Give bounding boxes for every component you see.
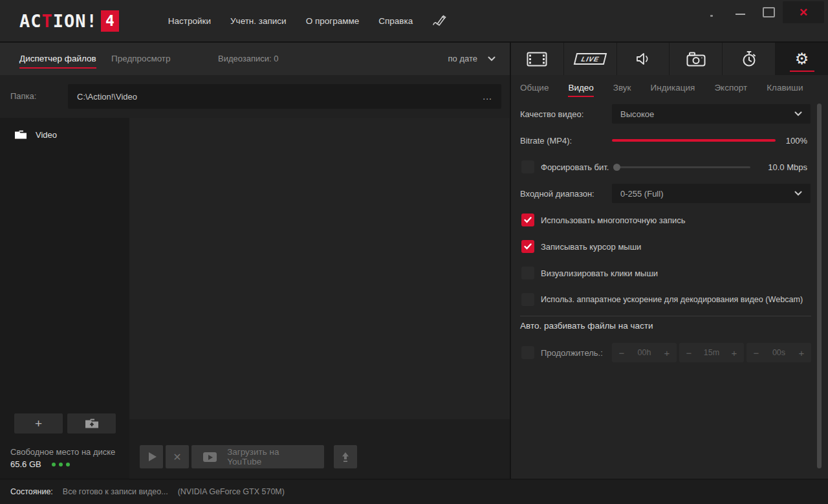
folder-path-value: C:\Action!\Video (77, 92, 137, 102)
tab-file-manager-label: Диспетчер файлов (19, 54, 96, 63)
folder-icon (14, 129, 27, 140)
close-icon: ✕ (799, 6, 808, 19)
mode-live-streaming[interactable]: LIVE (564, 43, 617, 75)
menu-help[interactable]: Справка (378, 16, 413, 26)
minus-button[interactable]: − (746, 347, 766, 358)
mode-audio-recording[interactable] (617, 43, 670, 75)
close-button[interactable]: ✕ (783, 1, 824, 23)
tray-icon (710, 15, 713, 17)
folder-tree: Video + Свободное место на диске 65.6 GB (0, 118, 129, 479)
folder-import-icon (85, 418, 99, 429)
green-dot (52, 463, 56, 466)
chevron-down-icon (794, 111, 802, 116)
chevron-down-icon (794, 191, 802, 196)
tray-button[interactable] (697, 1, 726, 23)
settings-panel: LIVE (511, 43, 828, 479)
file-actions-bar: ✕ Загрузить на YouTube (129, 419, 510, 479)
menu-about[interactable]: О программе (306, 16, 360, 26)
minimize-button[interactable] (726, 1, 754, 23)
tree-item-video[interactable]: Video (14, 129, 57, 140)
minus-button[interactable]: − (612, 347, 631, 358)
multithread-checkbox[interactable] (521, 214, 534, 226)
hw-decode-checkbox[interactable] (521, 293, 534, 306)
tab-general[interactable]: Общие (520, 83, 549, 93)
settings-scrollbar[interactable] (817, 104, 822, 468)
mode-benchmark[interactable] (723, 43, 776, 75)
status-bar: Состояние: Все готово к записи видео... … (0, 479, 828, 504)
sort-dropdown[interactable]: по дате (448, 54, 496, 63)
hours-stepper[interactable]: − 00h + (612, 343, 677, 362)
browse-button[interactable]: ... (483, 91, 492, 102)
section-divider (520, 316, 811, 316)
menu-settings[interactable]: Настройки (168, 16, 211, 26)
status-gpu: (NVIDIA GeForce GTX 570M) (178, 487, 285, 496)
force-bitrate-label: Форсировать бит. (541, 162, 609, 172)
mode-screenshot[interactable] (670, 43, 723, 75)
delete-icon: ✕ (173, 451, 181, 463)
menu-accounts[interactable]: Учетн. записи (230, 16, 287, 26)
tab-video[interactable]: Видео (568, 83, 593, 93)
tab-hud[interactable]: Индикация (651, 83, 695, 93)
disk-status-dots (52, 463, 70, 466)
force-bitrate-slider[interactable] (615, 166, 750, 168)
hw-decode-label: Использ. аппаратное ускорение для декоди… (541, 295, 803, 304)
plus-button[interactable]: + (657, 347, 677, 358)
pen-tool-icon[interactable] (432, 14, 448, 28)
input-range-label: Входной диапазон: (520, 189, 594, 199)
force-bitrate-checkbox[interactable] (521, 160, 534, 173)
titlebar: ACTION! 4 Настройки Учетн. записи О прог… (0, 0, 828, 43)
tab-preview[interactable]: Предпросмотр (111, 54, 171, 63)
tab-file-manager[interactable]: Диспетчер файлов (19, 54, 96, 63)
logo-text: ACTION! (19, 12, 98, 30)
record-cursor-label: Записывать курсор мыши (541, 242, 641, 252)
file-list-area[interactable] (129, 118, 510, 419)
add-folder-button[interactable]: + (14, 413, 63, 433)
green-dot (66, 463, 70, 466)
video-quality-dropdown[interactable]: Высокое (612, 104, 811, 124)
input-range-dropdown[interactable]: 0-255 (Full) (612, 184, 811, 203)
bitrate-label: Bitrate (MP4): (520, 136, 572, 146)
slider-handle[interactable] (613, 164, 620, 171)
upload-youtube-button[interactable]: Загрузить на YouTube (191, 445, 324, 468)
play-icon (149, 452, 157, 461)
play-button[interactable] (140, 445, 163, 468)
status-label: Состояние: (10, 487, 53, 496)
seconds-stepper[interactable]: − 00s + (746, 343, 811, 362)
file-manager-header: Диспетчер файлов Предпросмотр Видеозапис… (0, 43, 510, 75)
record-cursor-checkbox[interactable] (521, 240, 534, 253)
free-space-value: 65.6 GB (10, 459, 41, 469)
tab-audio[interactable]: Звук (613, 83, 631, 93)
bitrate-slider[interactable] (612, 139, 776, 142)
tab-hotkeys[interactable]: Клавиши (767, 83, 803, 93)
mode-settings[interactable]: ⚙ (776, 43, 828, 75)
speaker-icon (635, 52, 651, 66)
tab-export[interactable]: Экспорт (714, 83, 747, 93)
visualize-clicks-checkbox[interactable] (521, 267, 534, 279)
import-folder-button[interactable] (67, 413, 116, 433)
youtube-icon (203, 452, 217, 462)
folder-path-input[interactable]: C:\Action!\Video ... (68, 84, 501, 109)
settings-tabs: Общие Видео Звук Индикация Экспорт Клави… (511, 75, 828, 100)
active-mode-underline (790, 71, 814, 72)
plus-button[interactable]: + (792, 347, 811, 358)
seconds-value: 00s (766, 348, 792, 357)
logo-part-red: T (42, 11, 53, 31)
check-icon (524, 217, 532, 223)
export-upload-button[interactable] (334, 445, 357, 468)
file-manager-body: Video + Свободное место на диске 65.6 GB (0, 118, 510, 479)
maximize-button[interactable] (754, 1, 783, 23)
minutes-stepper[interactable]: − 15m + (679, 343, 744, 362)
delete-button[interactable]: ✕ (166, 445, 189, 468)
tab-video-label: Видео (568, 83, 593, 93)
green-dot (59, 463, 63, 466)
force-bitrate-value: 10.0 Mbps (768, 162, 807, 172)
main-menu: Настройки Учетн. записи О программе Спра… (168, 16, 413, 26)
minus-button[interactable]: − (679, 347, 699, 358)
plus-button[interactable]: + (724, 347, 744, 358)
active-tab-underline (19, 67, 96, 69)
mode-video-recording[interactable] (511, 43, 564, 75)
split-duration-checkbox[interactable] (521, 346, 534, 359)
active-settings-tab-underline (568, 96, 593, 97)
free-space-row: 65.6 GB (10, 459, 70, 469)
chevron-down-icon (488, 56, 496, 61)
